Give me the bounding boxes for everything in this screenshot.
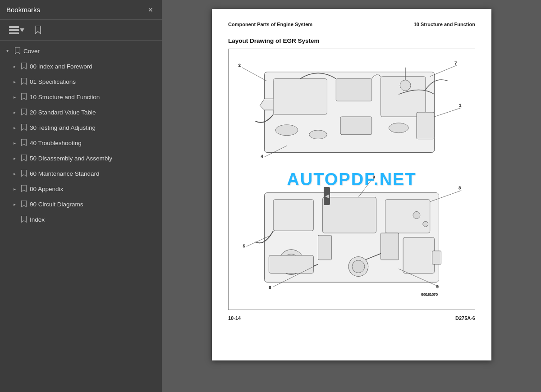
page-footer: 10-14 D275A-6	[228, 315, 475, 321]
svg-text:1: 1	[459, 103, 461, 108]
svg-text:7: 7	[454, 61, 457, 65]
expand-arrow-10: ▸	[11, 93, 18, 100]
tree-item-60-label: 60 Maintenance Standard	[30, 170, 100, 177]
tree-item-01-label: 01 Specifications	[30, 78, 76, 85]
svg-text:G0131070: G0131070	[421, 292, 438, 296]
tree-item-index[interactable]: ▸ Index	[0, 212, 162, 227]
close-button[interactable]: ×	[145, 5, 156, 15]
sidebar: Bookmarks × ▸	[0, 0, 162, 392]
expand-arrow-30: ▸	[11, 124, 18, 131]
svg-point-29	[352, 260, 365, 273]
svg-rect-12	[417, 112, 435, 139]
document-id: D275A-6	[455, 315, 475, 321]
page-number: 10-14	[228, 315, 241, 321]
bookmark-icon-01	[20, 77, 28, 86]
list-view-button[interactable]	[6, 24, 27, 36]
tree-item-index-label: Index	[30, 216, 45, 223]
expand-arrow-cover: ▸	[5, 47, 12, 55]
svg-line-14	[430, 65, 457, 77]
svg-line-15	[435, 108, 462, 117]
bookmark-icon-40	[20, 139, 28, 147]
page-container: Component Parts of Engine System 10 Stru…	[162, 0, 541, 392]
diagram-box: 2 7 1 4	[228, 49, 475, 310]
tree-item-40[interactable]: ▸ 40 Troubleshooting	[0, 135, 162, 150]
tree-item-60[interactable]: ▸ 60 Maintenance Standard	[0, 166, 162, 181]
svg-rect-1	[9, 29, 19, 31]
list-icon	[9, 26, 19, 34]
bookmark-icon-index	[20, 215, 28, 223]
main-content: Component Parts of Engine System 10 Stru…	[162, 0, 541, 392]
expand-arrow-90: ▸	[11, 201, 18, 208]
svg-rect-11	[340, 117, 371, 135]
svg-rect-5	[273, 79, 327, 114]
svg-text:2: 2	[238, 63, 241, 68]
tree-item-80-label: 80 Appendix	[30, 186, 63, 192]
bookmark-icon-cover	[14, 47, 22, 55]
tree-item-00-label: 00 Index and Foreword	[30, 63, 92, 70]
bookmark-icon-20	[20, 108, 28, 116]
svg-text:4: 4	[261, 154, 263, 159]
sidebar-title: Bookmarks	[6, 6, 40, 14]
tree-item-20-label: 20 Standard Value Table	[30, 109, 96, 116]
tree-item-10-label: 10 Structure and Function	[30, 94, 100, 100]
sidebar-toolbar	[0, 20, 162, 41]
tree-item-cover[interactable]: ▸ Cover	[0, 43, 162, 59]
bookmark-icon-30	[20, 123, 28, 132]
tree-item-cover-label: Cover	[23, 48, 40, 55]
bookmark-icon-90	[20, 200, 28, 208]
expand-arrow-20: ▸	[11, 109, 18, 116]
tree-item-40-label: 40 Troubleshooting	[30, 140, 82, 146]
tree-item-01[interactable]: ▸ 01 Specifications	[0, 74, 162, 89]
svg-point-10	[389, 123, 408, 133]
svg-point-45	[423, 221, 428, 227]
svg-rect-46	[432, 251, 441, 264]
bookmark-icon-toolbar	[34, 26, 41, 35]
watermark: AUTOPDF.NET	[287, 170, 416, 189]
tree-item-50[interactable]: ▸ 50 Disassembly and Assembly	[0, 150, 162, 166]
tree-item-10[interactable]: ▸ 10 Structure and Function	[0, 89, 162, 105]
bookmark-view-button[interactable]	[32, 24, 44, 36]
bookmark-icon-10	[20, 93, 28, 101]
page-header: Component Parts of Engine System 10 Stru…	[228, 22, 475, 30]
svg-point-9	[309, 130, 327, 139]
svg-text:6: 6	[436, 284, 439, 289]
expand-arrow-50: ▸	[11, 155, 18, 162]
svg-point-8	[275, 125, 298, 136]
svg-point-21	[400, 80, 411, 91]
svg-text:5: 5	[243, 244, 245, 248]
bookmark-tree: ▸ Cover ▸ 00 Index and Foreword ▸	[0, 41, 162, 392]
expand-arrow-60: ▸	[11, 170, 18, 177]
svg-rect-42	[318, 235, 332, 260]
tree-item-50-label: 50 Disassembly and Assembly	[30, 155, 112, 162]
svg-line-13	[242, 68, 267, 81]
bookmark-icon-80	[20, 185, 28, 193]
expand-arrow-40: ▸	[11, 139, 18, 146]
svg-marker-3	[20, 28, 24, 32]
page-header-left: Component Parts of Engine System	[228, 22, 312, 27]
tree-item-80[interactable]: ▸ 80 Appendix	[0, 181, 162, 196]
pdf-page: Component Parts of Engine System 10 Stru…	[212, 9, 491, 360]
svg-rect-6	[336, 79, 371, 101]
svg-rect-43	[381, 233, 399, 260]
svg-rect-31	[403, 237, 434, 273]
tree-item-30[interactable]: ▸ 30 Testing and Adjusting	[0, 120, 162, 135]
bookmark-icon-50	[20, 154, 28, 162]
tree-item-90-label: 90 Circuit Diagrams	[30, 201, 83, 208]
bookmark-icon-00	[20, 62, 28, 70]
svg-text:8: 8	[269, 285, 271, 290]
section-title: Layout Drawing of EGR System	[228, 37, 475, 44]
sidebar-collapse-button[interactable]: ◀	[324, 187, 330, 205]
tree-item-20[interactable]: ▸ 20 Standard Value Table	[0, 105, 162, 120]
sidebar-header: Bookmarks ×	[0, 0, 162, 20]
page-header-right: 10 Structure and Function	[414, 22, 475, 27]
bookmark-icon-60	[20, 169, 28, 178]
chevron-down-icon	[20, 28, 24, 32]
svg-rect-25	[385, 200, 430, 233]
expand-arrow-01: ▸	[11, 78, 18, 85]
svg-rect-23	[273, 200, 313, 231]
tree-item-30-label: 30 Testing and Adjusting	[30, 124, 96, 131]
tree-item-00[interactable]: ▸ 00 Index and Foreword	[0, 59, 162, 74]
svg-text:3: 3	[458, 186, 461, 190]
svg-rect-24	[322, 197, 376, 233]
tree-item-90[interactable]: ▸ 90 Circuit Diagrams	[0, 196, 162, 212]
